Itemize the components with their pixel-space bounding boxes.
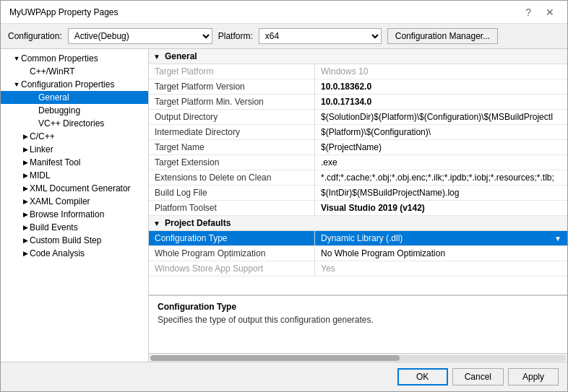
property-pages-window: MyUWPApp Property Pages ? ✕ Configuratio…: [0, 0, 568, 392]
sidebar-item-config-properties[interactable]: Configuration Properties: [1, 78, 148, 91]
ok-button[interactable]: OK: [397, 368, 448, 386]
sidebar-item-manifest-tool[interactable]: Manifest Tool: [1, 156, 148, 169]
prop-name-general-7: Extensions to Delete on Clean: [149, 170, 315, 185]
cpp-winrt-arrow-icon: [21, 67, 30, 76]
prop-name-general-4: Intermediate Directory: [149, 125, 315, 139]
prop-row-general-0[interactable]: Target PlatformWindows 10: [149, 64, 567, 79]
platform-select[interactable]: x64: [259, 28, 382, 44]
sidebar-item-label-config-properties: Configuration Properties: [21, 79, 114, 90]
prop-value-general-9: Visual Studio 2019 (v142): [315, 201, 567, 215]
description-area: Configuration Type Specifies the type of…: [149, 295, 567, 353]
sidebar-item-custom-build-step[interactable]: Custom Build Step: [1, 234, 148, 247]
prop-row-general-1[interactable]: Target Platform Version10.0.18362.0: [149, 79, 567, 95]
section-header-general[interactable]: ▼General: [149, 49, 567, 64]
sidebar-item-xaml-compiler[interactable]: XAML Compiler: [1, 195, 148, 208]
sidebar: Common PropertiesC++/WinRTConfiguration …: [1, 49, 149, 362]
prop-row-project-defaults-1[interactable]: Whole Program OptimizationNo Whole Progr…: [149, 246, 567, 261]
prop-name-general-2: Target Platform Min. Version: [149, 95, 315, 109]
xaml-compiler-arrow-icon: [21, 197, 30, 206]
prop-row-project-defaults-2[interactable]: Windows Store App SupportYes: [149, 261, 567, 276]
section-label-general: General: [165, 51, 197, 61]
sidebar-item-label-debugging: Debugging: [38, 105, 80, 116]
prop-row-general-8[interactable]: Build Log File$(IntDir)$(MSBuildProjectN…: [149, 186, 567, 201]
prop-value-general-2: 10.0.17134.0: [315, 95, 567, 109]
custom-build-step-arrow-icon: [21, 236, 30, 245]
main-content: Common PropertiesC++/WinRTConfiguration …: [1, 49, 567, 362]
sidebar-item-label-midl: MIDL: [30, 170, 51, 180]
prop-name-general-5: Target Name: [149, 140, 315, 154]
footer: OK Cancel Apply: [1, 362, 567, 391]
section-arrow-general: ▼: [153, 53, 162, 61]
configuration-select[interactable]: Active(Debug): [68, 28, 212, 44]
title-bar-controls: ? ✕: [521, 5, 559, 19]
prop-row-general-2[interactable]: Target Platform Min. Version10.0.17134.0: [149, 95, 567, 110]
sidebar-item-linker[interactable]: Linker: [1, 143, 148, 156]
prop-row-general-7[interactable]: Extensions to Delete on Clean*.cdf;*.cac…: [149, 170, 567, 186]
sidebar-item-xml-doc-generator[interactable]: XML Document Generator: [1, 182, 148, 195]
apply-button[interactable]: Apply: [508, 368, 559, 386]
prop-name-general-1: Target Platform Version: [149, 79, 315, 94]
sidebar-item-label-code-analysis: Code Analysis: [30, 248, 85, 258]
config-manager-button[interactable]: Configuration Manager...: [387, 28, 498, 44]
sidebar-item-label-browse-info: Browse Information: [30, 209, 104, 219]
c-cpp-arrow-icon: [21, 132, 30, 141]
prop-value-project-defaults-0[interactable]: Dynamic Library (.dll)▼: [315, 231, 567, 245]
general-arrow-icon: [30, 93, 38, 102]
sidebar-item-label-build-events: Build Events: [30, 222, 78, 232]
prop-name-general-6: Target Extension: [149, 155, 315, 170]
prop-row-general-6[interactable]: Target Extension.exe: [149, 155, 567, 170]
cancel-button[interactable]: Cancel: [452, 368, 504, 386]
sidebar-item-label-xaml-compiler: XAML Compiler: [30, 196, 90, 206]
midl-arrow-icon: [21, 171, 30, 180]
code-analysis-arrow-icon: [21, 249, 30, 258]
vc-directories-arrow-icon: [30, 119, 38, 128]
platform-label: Platform:: [218, 31, 253, 41]
prop-value-general-8: $(IntDir)$(MSBuildProjectName).log: [315, 186, 567, 200]
window-title: MyUWPApp Property Pages: [9, 7, 119, 17]
sidebar-item-cpp-winrt[interactable]: C++/WinRT: [1, 65, 148, 78]
sidebar-item-debugging[interactable]: Debugging: [1, 104, 148, 117]
prop-value-general-4: $(Platform)\$(Configuration)\: [315, 125, 567, 139]
prop-name-general-9: Platform Toolset: [149, 201, 315, 215]
prop-value-general-3: $(SolutionDir)$(Platform)\$(Configuratio…: [315, 110, 567, 124]
sidebar-item-vc-directories[interactable]: VC++ Directories: [1, 117, 148, 130]
horizontal-scrollbar-area: [149, 353, 567, 362]
config-properties-arrow-icon: [12, 80, 21, 89]
sidebar-item-label-common-properties: Common Properties: [21, 53, 98, 64]
prop-value-general-5: $(ProjectName): [315, 140, 567, 154]
sidebar-item-label-linker: Linker: [30, 144, 53, 154]
sidebar-item-c-cpp[interactable]: C/C++: [1, 130, 148, 143]
sidebar-item-general[interactable]: General: [1, 91, 148, 104]
prop-value-general-7: *.cdf;*.cache;*.obj;*.obj.enc;*.ilk;*.ip…: [315, 170, 567, 185]
sidebar-item-common-properties[interactable]: Common Properties: [1, 52, 148, 65]
manifest-tool-arrow-icon: [21, 158, 30, 167]
sidebar-item-browse-info[interactable]: Browse Information: [1, 208, 148, 221]
help-button[interactable]: ?: [521, 5, 535, 19]
scrollbar-thumb: [150, 355, 400, 361]
section-header-project-defaults[interactable]: ▼Project Defaults: [149, 216, 567, 231]
debugging-arrow-icon: [30, 106, 38, 115]
prop-row-project-defaults-0[interactable]: Configuration TypeDynamic Library (.dll)…: [149, 231, 567, 246]
prop-value-project-defaults-2: Yes: [315, 261, 567, 276]
close-button[interactable]: ✕: [541, 5, 559, 19]
horizontal-scrollbar[interactable]: [150, 355, 566, 361]
toolbar: Configuration: Active(Debug) Platform: x…: [1, 24, 567, 49]
prop-name-project-defaults-2: Windows Store App Support: [149, 261, 315, 276]
config-label: Configuration:: [8, 31, 62, 41]
prop-name-project-defaults-0: Configuration Type: [149, 231, 315, 245]
sidebar-item-label-vc-directories: VC++ Directories: [38, 118, 104, 129]
sidebar-item-midl[interactable]: MIDL: [1, 169, 148, 182]
prop-value-project-defaults-1: No Whole Program Optimization: [315, 246, 567, 261]
prop-row-general-3[interactable]: Output Directory$(SolutionDir)$(Platform…: [149, 110, 567, 125]
title-bar: MyUWPApp Property Pages ? ✕: [1, 1, 567, 24]
prop-name-general-0: Target Platform: [149, 64, 315, 79]
sidebar-item-code-analysis[interactable]: Code Analysis: [1, 247, 148, 260]
sidebar-item-build-events[interactable]: Build Events: [1, 221, 148, 234]
prop-row-general-5[interactable]: Target Name$(ProjectName): [149, 140, 567, 155]
prop-row-general-4[interactable]: Intermediate Directory$(Platform)\$(Conf…: [149, 125, 567, 140]
build-events-arrow-icon: [21, 223, 30, 232]
sidebar-item-label-manifest-tool: Manifest Tool: [30, 157, 80, 167]
prop-row-general-9[interactable]: Platform ToolsetVisual Studio 2019 (v142…: [149, 201, 567, 216]
prop-value-general-1: 10.0.18362.0: [315, 79, 567, 94]
browse-info-arrow-icon: [21, 210, 30, 219]
